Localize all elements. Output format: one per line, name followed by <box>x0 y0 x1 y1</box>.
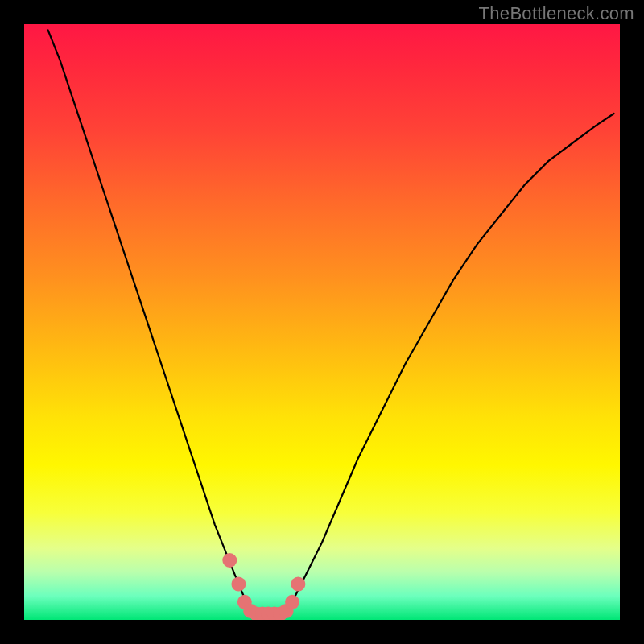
curve-group <box>48 30 614 613</box>
chart-svg <box>24 24 620 620</box>
highlight-dots <box>222 553 305 620</box>
highlight-dot <box>231 577 246 592</box>
watermark-text: TheBottleneck.com <box>479 3 634 24</box>
chart-frame: TheBottleneck.com <box>0 0 644 644</box>
bottleneck-curve <box>48 30 614 613</box>
highlight-dot <box>222 553 237 568</box>
highlight-dot <box>285 595 299 609</box>
plot-area <box>24 24 620 620</box>
highlight-dot <box>291 577 305 592</box>
